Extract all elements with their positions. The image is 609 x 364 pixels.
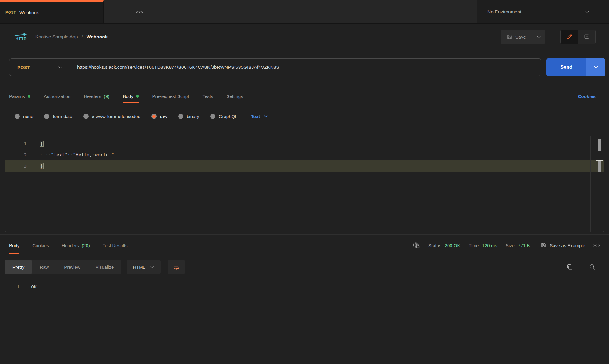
response-view-row: PrettyRawPreviewVisualize HTML	[0, 260, 609, 274]
editor-line[interactable]: 2····"text":·"Hello,·world."	[5, 149, 604, 160]
vertical-divider	[553, 32, 553, 41]
tab-label: Headers	[84, 94, 101, 99]
wrap-text-button[interactable]	[168, 260, 185, 274]
response-tab-headers[interactable]: Headers(20)	[62, 235, 90, 256]
radio-icon	[44, 114, 49, 119]
send-button[interactable]: Send	[546, 58, 586, 76]
response-time[interactable]: Time: 120 ms	[469, 243, 497, 248]
network-globe-lock-icon[interactable]	[412, 242, 420, 249]
request-tab-params[interactable]: Params	[9, 87, 30, 105]
response-body[interactable]: 1 ok	[0, 284, 609, 289]
line-number: 3	[5, 164, 27, 169]
cookies-link[interactable]: Cookies	[578, 94, 596, 99]
tab-options-button[interactable]	[135, 10, 144, 13]
size-value: 771 B	[518, 243, 530, 248]
view-mode-preview[interactable]: Preview	[56, 260, 88, 274]
chevron-down-icon	[594, 66, 598, 69]
body-mode-label: raw	[160, 114, 167, 119]
response-tab-test-results[interactable]: Test Results	[103, 235, 128, 256]
save-button-label: Save	[515, 34, 526, 40]
modified-dot	[28, 95, 30, 98]
save-button[interactable]: Save	[501, 30, 532, 44]
body-mode-none[interactable]: none	[15, 114, 33, 119]
body-mode-label: form-data	[53, 114, 72, 119]
radio-icon	[151, 114, 157, 119]
save-as-example-button[interactable]: Save as Example	[541, 243, 585, 248]
editor-lines: 1{2····"text":·"Hello,·world."3}	[5, 136, 604, 172]
request-tab-tests[interactable]: Tests	[202, 87, 213, 105]
response-format-dropdown[interactable]: HTML	[127, 260, 161, 274]
status-value: 200 OK	[445, 243, 460, 248]
breadcrumb-request-name[interactable]: Webhook	[87, 34, 108, 40]
modified-dot	[136, 95, 139, 98]
http-badge-label: HTTP	[16, 37, 27, 41]
copy-icon	[566, 264, 573, 270]
open-request-tab[interactable]: POST Webhook	[0, 0, 104, 23]
search-response-button[interactable]	[589, 264, 596, 270]
save-icon	[541, 243, 546, 248]
view-mode-pretty[interactable]: Pretty	[5, 260, 32, 274]
more-options-icon	[593, 244, 600, 247]
comments-button[interactable]	[578, 30, 595, 44]
response-tab-body[interactable]: Body	[9, 235, 19, 256]
body-mode-label: x-www-form-urlencoded	[92, 114, 140, 119]
breadcrumb-separator: /	[82, 34, 83, 40]
body-mode-graphql[interactable]: GraphQL	[210, 114, 238, 119]
editor-line[interactable]: 1{	[5, 138, 604, 149]
line-content: ····"text":·"Hello,·world."	[27, 152, 114, 158]
more-options-icon	[135, 10, 144, 13]
view-mode-raw[interactable]: Raw	[32, 260, 56, 274]
method-label: POST	[17, 65, 30, 70]
url-bar: POST https://hooks.slack.com/services/T0…	[9, 58, 541, 76]
save-split-button: Save	[501, 30, 545, 44]
response-options-button[interactable]	[593, 244, 600, 247]
bracket-match: {	[40, 141, 43, 146]
request-tabs: ParamsAuthorizationHeaders(9)BodyPre-req…	[0, 87, 609, 105]
save-options-button[interactable]	[532, 30, 545, 44]
chevron-down-icon	[537, 36, 541, 38]
copy-response-button[interactable]	[566, 264, 573, 270]
body-mode-form-data[interactable]: form-data	[44, 114, 72, 119]
ruler-mark	[598, 139, 601, 151]
breadcrumb: HTTP Knative Sample App / Webhook Save	[0, 24, 609, 50]
time-value: 120 ms	[482, 243, 497, 248]
line-number: 2	[5, 152, 27, 157]
response-status[interactable]: Status: 200 OK	[428, 243, 460, 248]
tab-label: Params	[9, 94, 25, 99]
chevron-down-icon	[58, 66, 62, 69]
request-tab-authorization[interactable]: Authorization	[44, 87, 71, 105]
method-dropdown[interactable]: POST	[9, 59, 69, 76]
plus-icon	[114, 8, 122, 16]
response-view-tabs: PrettyRawPreviewVisualize	[5, 260, 121, 274]
radio-icon	[15, 114, 20, 119]
breadcrumb-collection[interactable]: Knative Sample App	[35, 34, 78, 40]
body-mode-raw[interactable]: raw	[151, 114, 167, 119]
response-size[interactable]: Size: 771 B	[506, 243, 530, 248]
radio-icon	[210, 114, 215, 119]
request-body-editor[interactable]: 1{2····"text":·"Hello,·world."3}	[5, 136, 604, 232]
code-text: world."	[95, 152, 114, 158]
whitespace-dots: ····	[40, 152, 51, 158]
tab-label: Authorization	[44, 94, 71, 99]
request-tab-settings[interactable]: Settings	[226, 87, 243, 105]
send-options-button[interactable]	[586, 58, 605, 76]
raw-language-dropdown[interactable]: Text	[251, 114, 268, 119]
new-tab-button[interactable]	[114, 8, 122, 16]
environment-selector[interactable]: No Environment	[477, 0, 609, 23]
radio-icon	[178, 114, 183, 119]
edit-mode-button[interactable]	[561, 30, 578, 44]
view-mode-visualize[interactable]: Visualize	[88, 260, 122, 274]
comment-icon	[584, 34, 590, 40]
request-tab-pre-request-script[interactable]: Pre-request Script	[152, 87, 189, 105]
bracket-match: }	[40, 163, 43, 169]
request-tab-headers[interactable]: Headers(9)	[84, 87, 109, 105]
body-mode-x-www-form-urlencoded[interactable]: x-www-form-urlencoded	[83, 114, 140, 119]
tab-strip-actions	[104, 0, 477, 23]
editor-line[interactable]: 3}	[5, 160, 604, 172]
line-content: {	[27, 141, 43, 146]
response-tab-cookies[interactable]: Cookies	[32, 235, 49, 256]
editor-overview-ruler[interactable]	[590, 136, 604, 232]
body-mode-binary[interactable]: binary	[178, 114, 199, 119]
url-input[interactable]: https://hooks.slack.com/services/T06TD83…	[69, 65, 279, 70]
request-tab-body[interactable]: Body	[123, 87, 139, 105]
